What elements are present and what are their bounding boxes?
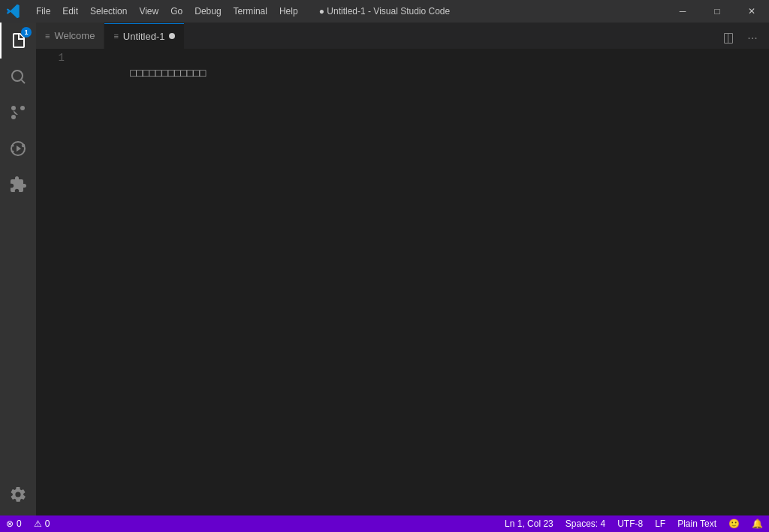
menu-go[interactable]: Go [164,0,188,23]
line-ending-status[interactable]: LF [649,515,671,532]
window-controls: ─ □ ✕ [665,0,769,23]
tab-untitled-1[interactable]: ≡ Untitled-1 [104,23,185,49]
title-bar: File Edit Selection View Go Debug Termin… [0,0,769,23]
explorer-badge: 1 [21,27,32,38]
spaces-status[interactable]: Spaces: 4 [559,515,611,532]
notifications-icon: 🔔 [752,518,763,529]
menu-file[interactable]: File [30,0,56,23]
svg-line-1 [22,80,25,83]
menu-bar: File Edit Selection View Go Debug Termin… [30,0,304,23]
sidebar-item-run-debug[interactable] [0,131,36,167]
smiley-icon: 🙂 [728,518,740,529]
feedback-button[interactable]: 🙂 [722,515,746,532]
encoding-status[interactable]: UTF-8 [611,515,649,532]
notifications-button[interactable]: 🔔 [746,515,769,532]
line-ending-label: LF [655,518,665,529]
editor-area: ≡ Welcome ≡ Untitled-1 ··· [36,23,769,515]
language-label: Plain Text [677,518,716,529]
main-area: 1 [0,23,769,515]
tab-welcome-icon: ≡ [45,32,50,41]
tab-welcome-label: Welcome [54,30,95,41]
svg-point-6 [12,145,14,147]
activity-bar: 1 [0,23,36,515]
window-title: ● Untitled-1 - Visual Studio Code [319,6,450,17]
errors-status[interactable]: ⊗ 0 [0,515,28,532]
error-count: 0 [17,518,22,529]
line-numbers: 1 [36,49,74,515]
sidebar-item-source-control[interactable] [0,95,36,131]
cursor-position-status[interactable]: Ln 1, Col 23 [499,515,559,532]
more-icon: ··· [747,32,757,45]
code-editor[interactable]: □□□□□□□□□□□□ [74,49,769,515]
vscode-logo [6,4,21,19]
sidebar-item-search[interactable] [0,59,36,95]
status-left: ⊗ 0 ⚠ 0 [0,515,56,532]
svg-point-7 [12,151,14,153]
maximize-button[interactable]: □ [700,0,734,23]
spaces-label: Spaces: 4 [565,518,605,529]
warning-count: 0 [45,518,50,529]
tab-welcome[interactable]: ≡ Welcome [36,23,104,49]
warning-icon: ⚠ [34,518,42,529]
tab-dirty-indicator [169,33,175,39]
error-icon: ⊗ [6,518,14,529]
encoding-label: UTF-8 [617,518,643,529]
tab-bar: ≡ Welcome ≡ Untitled-1 ··· [36,23,769,49]
menu-edit[interactable]: Edit [56,0,84,23]
menu-help[interactable]: Help [273,0,304,23]
menu-selection[interactable]: Selection [84,0,133,23]
status-bar: ⊗ 0 ⚠ 0 Ln 1, Col 23 Spaces: 4 UTF-8 LF … [0,515,769,532]
minimize-button[interactable]: ─ [665,0,700,23]
editor-content[interactable]: 1 □□□□□□□□□□□□ [36,49,769,515]
svg-point-2 [11,106,16,110]
sidebar-item-extensions[interactable] [0,167,36,203]
line-1-content: □□□□□□□□□□□□ [130,68,206,80]
sidebar-item-explorer[interactable]: 1 [0,23,36,59]
line-number-1: 1 [42,50,65,66]
menu-debug[interactable]: Debug [188,0,227,23]
menu-view[interactable]: View [133,0,164,23]
split-editor-button[interactable] [718,28,739,49]
menu-terminal[interactable]: Terminal [228,0,273,23]
svg-point-4 [20,106,25,110]
language-status[interactable]: Plain Text [671,515,722,532]
status-right: Ln 1, Col 23 Spaces: 4 UTF-8 LF Plain Te… [499,515,769,532]
close-button[interactable]: ✕ [734,0,769,23]
tab-untitled-label: Untitled-1 [123,31,165,42]
warnings-status[interactable]: ⚠ 0 [28,515,56,532]
sidebar-item-settings[interactable] [0,476,36,512]
tab-untitled-icon: ≡ [113,32,118,41]
tab-bar-actions: ··· [718,28,769,49]
svg-point-3 [11,115,16,119]
more-actions-button[interactable]: ··· [742,28,763,49]
svg-point-0 [12,71,23,81]
cursor-position-label: Ln 1, Col 23 [505,518,553,529]
